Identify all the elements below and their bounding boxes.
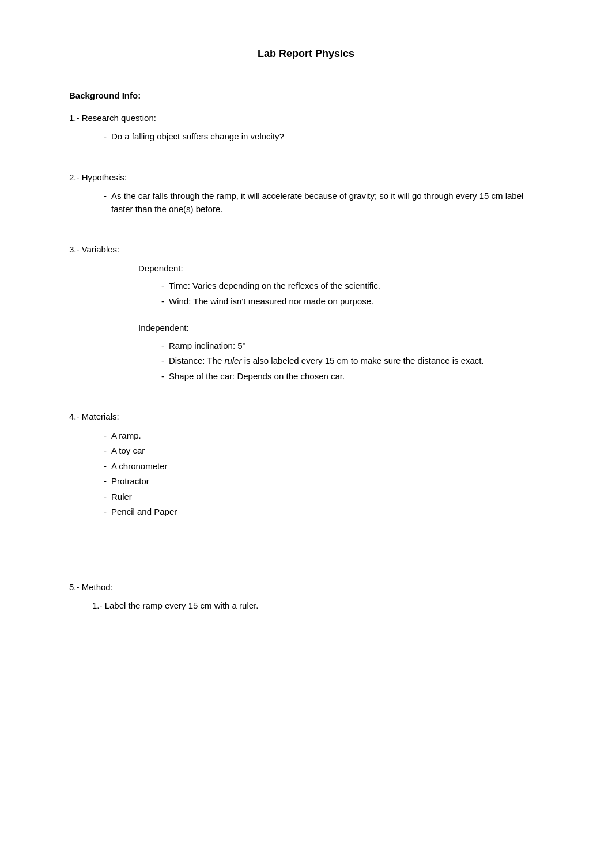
dash: - (161, 354, 164, 368)
research-question-section: 1.- Research question: - Do a falling ob… (69, 112, 543, 144)
background-info-section: Background Info: 1.- Research question: … (69, 89, 543, 613)
page: Lab Report Physics Background Info: 1.- … (0, 0, 612, 868)
materials-item-1: - A ramp. (104, 429, 543, 443)
page-title: Lab Report Physics (69, 46, 543, 62)
method-num: 5.- Method: (69, 581, 543, 594)
materials-item-2: - A toy car (104, 444, 543, 458)
dash: - (104, 490, 107, 504)
dash: - (104, 475, 107, 488)
dependent-text-2: Wind: The wind isn't measured nor made o… (169, 295, 543, 308)
dash: - (104, 444, 107, 458)
materials-text-2: A toy car (111, 444, 145, 458)
materials-text-3: A chronometer (111, 460, 168, 473)
independent-text-3: Shape of the car: Depends on the chosen … (169, 370, 543, 383)
materials-text-6: Pencil and Paper (111, 505, 177, 519)
hypothesis-num: 2.- Hypothesis: (69, 171, 543, 184)
dash: - (161, 339, 164, 353)
materials-num: 4.- Materials: (69, 410, 543, 424)
dependent-item-1: - Time: Varies depending on the reflexes… (161, 280, 543, 293)
independent-item-2: - Distance: The ruler is also labeled ev… (161, 354, 543, 368)
hypothesis-text: As the car falls through the ramp, it wi… (111, 190, 543, 216)
dependent-text-1: Time: Varies depending on the reflexes o… (169, 280, 543, 293)
method-section: 5.- Method: 1.- Label the ramp every 15 … (69, 581, 543, 613)
independent-text-2: Distance: The ruler is also labeled ever… (169, 354, 543, 368)
materials-item-3: - A chronometer (104, 460, 543, 473)
dash: - (104, 130, 107, 144)
dash: - (104, 505, 107, 519)
hypothesis-section: 2.- Hypothesis: - As the car falls throu… (69, 171, 543, 216)
materials-item-5: - Ruler (104, 490, 543, 504)
background-heading: Background Info: (69, 89, 543, 103)
independent-item-1: - Ramp inclination: 5° (161, 339, 543, 353)
research-question-item: - Do a falling object suffers change in … (104, 130, 543, 144)
hypothesis-item: - As the car falls through the ramp, it … (104, 190, 543, 216)
research-question-num: 1.- Research question: (69, 112, 543, 125)
dependent-item-2: - Wind: The wind isn't measured nor made… (161, 295, 543, 308)
materials-item-6: - Pencil and Paper (104, 505, 543, 519)
materials-text-1: A ramp. (111, 429, 141, 443)
dependent-label: Dependent: (138, 262, 543, 276)
method-item-1: 1.- Label the ramp every 15 cm with a ru… (92, 599, 543, 613)
materials-list: - A ramp. - A toy car - A chronometer - … (104, 429, 543, 519)
materials-item-4: - Protractor (104, 475, 543, 488)
independent-item-3: - Shape of the car: Depends on the chose… (161, 370, 543, 383)
dash: - (161, 295, 164, 308)
dash: - (161, 370, 164, 383)
materials-section: 4.- Materials: - A ramp. - A toy car - A… (69, 410, 543, 519)
independent-text-1: Ramp inclination: 5° (169, 339, 543, 353)
dash: - (104, 429, 107, 443)
dash: - (104, 460, 107, 473)
materials-text-5: Ruler (111, 490, 132, 504)
dash: - (104, 190, 107, 216)
dash: - (161, 280, 164, 293)
method-text-1: 1.- Label the ramp every 15 cm with a ru… (92, 601, 258, 610)
independent-label: Independent: (138, 322, 543, 335)
materials-text-4: Protractor (111, 475, 149, 488)
variables-section: 3.- Variables: Dependent: - Time: Varies… (69, 243, 543, 383)
variables-num: 3.- Variables: (69, 243, 543, 256)
research-question-text: Do a falling object suffers change in ve… (111, 130, 543, 144)
